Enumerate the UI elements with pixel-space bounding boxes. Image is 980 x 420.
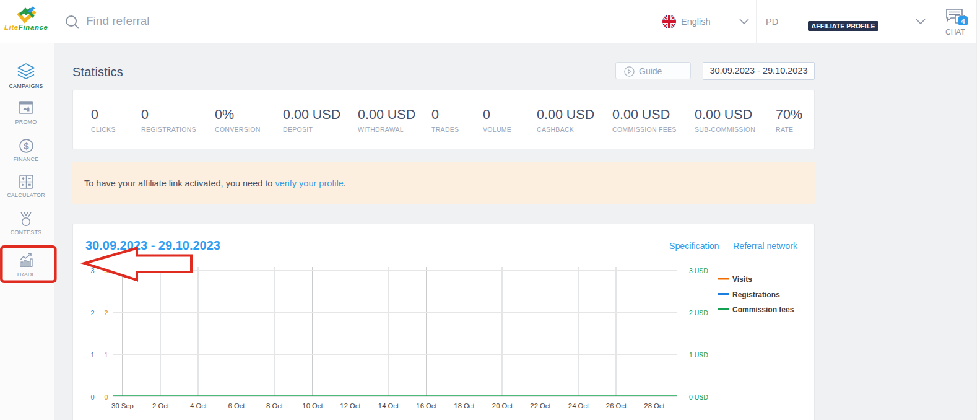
svg-text:6 Oct: 6 Oct (228, 402, 246, 409)
svg-text:30 Sep: 30 Sep (111, 402, 134, 409)
svg-text:LiteFinance: LiteFinance (4, 24, 48, 31)
svg-text:24 Oct: 24 Oct (568, 402, 589, 409)
svg-text:4: 4 (961, 17, 965, 25)
svg-text:22 Oct: 22 Oct (530, 402, 551, 409)
svg-text:14 Oct: 14 Oct (378, 402, 399, 409)
svg-text:4 Oct: 4 Oct (190, 402, 207, 409)
svg-text:Visits: Visits (732, 275, 752, 284)
svg-text:1: 1 (90, 351, 94, 359)
svg-text:0: 0 (104, 393, 108, 401)
svg-text:20 Oct: 20 Oct (492, 402, 513, 409)
svg-text:18 Oct: 18 Oct (454, 402, 475, 409)
svg-text:1 USD: 1 USD (689, 351, 708, 359)
svg-text:2 USD: 2 USD (689, 309, 708, 317)
svg-text:2: 2 (90, 309, 94, 317)
svg-text:8 Oct: 8 Oct (266, 402, 284, 409)
svg-text:0 USD: 0 USD (689, 393, 708, 401)
svg-text:Commission fees: Commission fees (732, 305, 794, 314)
svg-text:16 Oct: 16 Oct (416, 402, 437, 409)
svg-text:26 Oct: 26 Oct (606, 402, 627, 409)
svg-text:10 Oct: 10 Oct (302, 402, 323, 409)
svg-text:0: 0 (90, 393, 94, 401)
svg-text:12 Oct: 12 Oct (340, 402, 361, 409)
svg-text:Registrations: Registrations (732, 291, 780, 299)
svg-text:2 Oct: 2 Oct (152, 402, 170, 409)
svg-text:2: 2 (104, 309, 108, 317)
svg-text:3 USD: 3 USD (689, 267, 708, 274)
svg-text:$: $ (24, 141, 29, 151)
svg-text:28 Oct: 28 Oct (644, 402, 665, 409)
svg-text:1: 1 (104, 351, 108, 359)
